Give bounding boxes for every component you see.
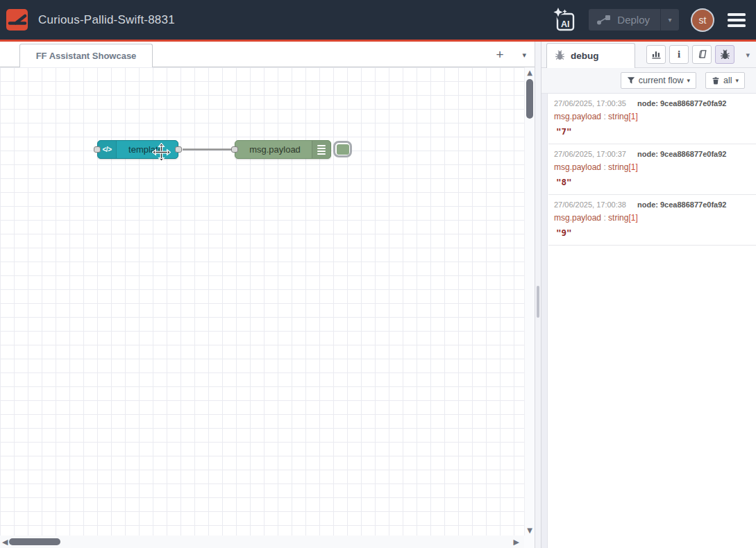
- vertical-scroll-thumb[interactable]: [526, 79, 533, 119]
- debug-clear-button[interactable]: all ▾: [705, 72, 745, 89]
- sidebar-tab-help-button[interactable]: [692, 45, 712, 64]
- flow-tab-label: FF Assistant Showcase: [36, 51, 137, 61]
- message-timestamp: 27/06/2025, 17:00:38: [554, 200, 626, 209]
- separator-drag-handle[interactable]: [537, 286, 539, 318]
- debug-input-port[interactable]: [231, 146, 238, 153]
- book-icon: [697, 49, 707, 60]
- add-flow-button[interactable]: +: [492, 46, 508, 63]
- main-menu-button[interactable]: [726, 10, 747, 30]
- sidebar-tab-dashboard-button[interactable]: [646, 45, 666, 64]
- wire: [0, 67, 535, 548]
- message-value: "9": [554, 228, 749, 238]
- sidebar-tab-debug-label: debug: [571, 51, 599, 61]
- node-debug[interactable]: msg.payload: [235, 140, 331, 159]
- workspace-area: FF Assistant Showcase + ▾ </> template m…: [0, 42, 535, 548]
- message-timestamp: 27/06/2025, 17:00:35: [554, 99, 626, 108]
- flow-canvas[interactable]: </> template msg.payload: [0, 67, 535, 548]
- message-value: "8": [554, 177, 749, 187]
- flow-list-caret-icon[interactable]: ▾: [522, 51, 526, 60]
- node-template-label: template: [117, 141, 175, 158]
- message-node-id: node: 9cea886877e0fa92: [637, 99, 726, 108]
- funnel-icon: [627, 76, 635, 85]
- horizontal-scroll-thumb[interactable]: [9, 538, 60, 545]
- debug-enable-toggle[interactable]: [333, 141, 352, 157]
- sidebar-separator[interactable]: [535, 42, 541, 548]
- flow-tab[interactable]: FF Assistant Showcase: [19, 44, 153, 67]
- sidebar-tab-info-button[interactable]: i: [669, 45, 689, 64]
- bar-chart-icon: [651, 49, 662, 60]
- bug-icon: [555, 50, 565, 62]
- debug-sidebar: debug i: [541, 42, 756, 548]
- debug-message[interactable]: 27/06/2025, 17:00:38 node: 9cea886877e0f…: [548, 195, 756, 246]
- message-timestamp: 27/06/2025, 17:00:37: [554, 150, 626, 158]
- canvas-horizontal-scrollbar[interactable]: ◀ ▶: [0, 536, 524, 548]
- sparkle-icon: [554, 8, 563, 17]
- debug-clear-label: all: [723, 76, 732, 85]
- clear-caret-icon: ▾: [735, 77, 739, 84]
- debug-filter-label: current flow: [639, 76, 684, 85]
- bug-icon: [720, 49, 730, 60]
- message-value: "7": [554, 126, 749, 137]
- node-template[interactable]: </> template: [97, 140, 178, 159]
- message-node-id: node: 9cea886877e0fa92: [637, 150, 726, 158]
- debug-panel-gutter: [541, 94, 548, 548]
- avatar-initials: st: [699, 15, 707, 26]
- scroll-left-icon[interactable]: ◀: [2, 538, 8, 547]
- template-input-port[interactable]: [94, 146, 101, 153]
- deploy-options-caret[interactable]: ▾: [660, 9, 679, 31]
- sidebar-tab-debug[interactable]: debug: [546, 43, 635, 68]
- scroll-right-icon[interactable]: ▶: [514, 538, 519, 547]
- deploy-nodes-icon: [589, 15, 617, 26]
- debug-message-panel: 27/06/2025, 17:00:35 node: 9cea886877e0f…: [541, 94, 756, 548]
- message-property: msg.payload : string[1]: [554, 213, 749, 223]
- debug-message[interactable]: 27/06/2025, 17:00:35 node: 9cea886877e0f…: [548, 94, 756, 144]
- user-avatar[interactable]: st: [691, 8, 714, 32]
- sidebar-options-caret-icon[interactable]: ▾: [746, 51, 750, 60]
- ai-assistant-button[interactable]: AI: [552, 7, 577, 33]
- debug-message[interactable]: 27/06/2025, 17:00:37 node: 9cea886877e0f…: [548, 144, 756, 195]
- sidebar-tab-debug-icon-button[interactable]: [715, 45, 734, 64]
- debug-toolbar: current flow ▾ all ▾: [541, 68, 756, 94]
- app-header: Curious-Pallid-Swift-8831 AI Deploy ▾: [0, 0, 756, 42]
- project-title: Curious-Pallid-Swift-8831: [38, 13, 175, 27]
- deploy-button-label: Deploy: [617, 14, 660, 26]
- app-logo-icon: [6, 9, 28, 31]
- canvas-vertical-scrollbar[interactable]: ▲ ▼: [524, 67, 535, 536]
- scroll-up-icon[interactable]: ▲: [525, 69, 535, 76]
- ai-button-label: AI: [561, 19, 570, 29]
- debug-message-list: 27/06/2025, 17:00:35 node: 9cea886877e0f…: [548, 94, 756, 246]
- info-icon: i: [678, 49, 680, 60]
- message-property: msg.payload : string[1]: [554, 162, 749, 172]
- message-node-id: node: 9cea886877e0fa92: [637, 200, 726, 209]
- template-output-port[interactable]: [175, 146, 182, 153]
- filter-caret-icon: ▾: [687, 77, 690, 84]
- debug-filter-button[interactable]: current flow ▾: [621, 72, 696, 89]
- flow-tab-bar: FF Assistant Showcase + ▾: [0, 42, 535, 67]
- message-property: msg.payload : string[1]: [554, 112, 749, 121]
- trash-icon: [712, 76, 720, 85]
- node-debug-label: msg.payload: [238, 141, 312, 158]
- sidebar-tab-bar: debug i: [541, 42, 756, 68]
- scrollbar-corner: [524, 536, 535, 548]
- debug-lines-icon: [312, 141, 330, 158]
- scroll-down-icon[interactable]: ▼: [525, 526, 535, 534]
- deploy-button[interactable]: Deploy ▾: [589, 9, 679, 31]
- code-icon: </>: [98, 141, 117, 158]
